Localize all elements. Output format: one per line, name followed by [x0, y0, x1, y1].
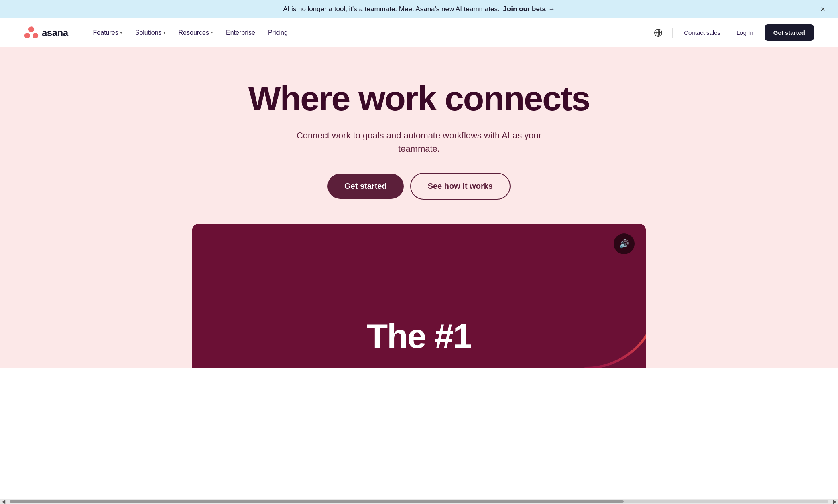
video-overlay-text: The #1: [367, 316, 471, 356]
nav-item-pricing[interactable]: Pricing: [262, 26, 293, 40]
asana-logo-icon: [24, 26, 39, 40]
hero-cta-buttons: Get started See how it works: [327, 173, 511, 200]
banner-link[interactable]: Join our beta: [503, 5, 546, 13]
hero-title: Where work connects: [248, 79, 590, 117]
banner-arrow-icon: →: [549, 6, 555, 12]
language-selector-button[interactable]: [651, 25, 666, 40]
nav-features-label: Features: [93, 29, 118, 36]
announcement-banner: AI is no longer a tool, it's a teammate.…: [0, 0, 838, 18]
nav-item-features[interactable]: Features ▾: [87, 26, 128, 40]
globe-icon: [654, 28, 663, 37]
hero-see-how-button[interactable]: See how it works: [410, 173, 511, 200]
contact-sales-link[interactable]: Contact sales: [679, 26, 725, 39]
nav-item-enterprise[interactable]: Enterprise: [220, 26, 261, 40]
video-arc-decoration: [553, 240, 646, 368]
nav-links: Features ▾ Solutions ▾ Resources ▾ Enter…: [87, 26, 651, 40]
hero-video[interactable]: 🔊 The #1: [192, 224, 646, 368]
nav-divider: [672, 28, 673, 38]
solutions-chevron-icon: ▾: [163, 30, 166, 35]
resources-chevron-icon: ▾: [211, 30, 213, 35]
svg-point-0: [28, 26, 34, 32]
nav-right-section: Contact sales Log In Get started: [651, 24, 814, 41]
banner-close-button[interactable]: ×: [817, 4, 828, 15]
features-chevron-icon: ▾: [120, 30, 122, 35]
hero-get-started-button[interactable]: Get started: [327, 174, 404, 199]
nav-item-solutions[interactable]: Solutions ▾: [130, 26, 171, 40]
svg-point-2: [33, 33, 38, 38]
video-inner: 🔊 The #1: [192, 224, 646, 368]
main-navbar: asana Features ▾ Solutions ▾ Resources ▾…: [0, 18, 838, 47]
nav-get-started-button[interactable]: Get started: [765, 24, 814, 41]
hero-subtitle: Connect work to goals and automate workf…: [279, 129, 559, 155]
nav-resources-label: Resources: [179, 29, 209, 36]
banner-text: AI is no longer a tool, it's a teammate.…: [283, 5, 555, 13]
video-sound-button[interactable]: 🔊: [614, 233, 635, 254]
nav-item-resources[interactable]: Resources ▾: [173, 26, 219, 40]
logo-text: asana: [42, 27, 68, 38]
banner-message: AI is no longer a tool, it's a teammate.…: [283, 5, 499, 13]
nav-enterprise-label: Enterprise: [226, 29, 255, 36]
hero-section: Where work connects Connect work to goal…: [0, 47, 838, 368]
login-button[interactable]: Log In: [732, 26, 758, 39]
nav-solutions-label: Solutions: [135, 29, 162, 36]
nav-pricing-label: Pricing: [268, 29, 288, 36]
sound-icon: 🔊: [619, 239, 629, 249]
logo[interactable]: asana: [24, 26, 68, 40]
svg-point-1: [24, 33, 30, 38]
